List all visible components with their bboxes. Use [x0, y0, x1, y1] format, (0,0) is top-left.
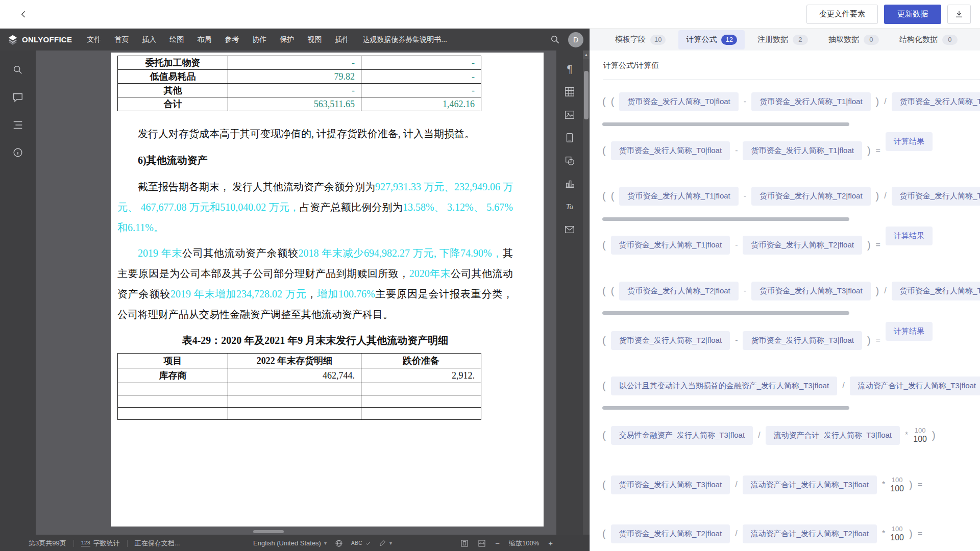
- formula-field-chip[interactable]: 货币资金_发行人简称_T2|float: [892, 187, 980, 206]
- document-language-icon[interactable]: [335, 539, 343, 547]
- toolbar-menu-item[interactable]: 插入: [135, 29, 163, 51]
- toolbar-menu-item[interactable]: 文件: [80, 29, 108, 51]
- formula-field-chip[interactable]: 货币资金_发行人简称_T1|float: [743, 141, 862, 160]
- formula-field-chip[interactable]: 流动资产合计_发行人简称_T3|float: [850, 377, 980, 395]
- table-cell: [361, 395, 481, 408]
- page-indicator[interactable]: 第3页共99页: [29, 539, 66, 548]
- formula-scrollbar[interactable]: [602, 406, 849, 410]
- formula-row: (货币资金_发行人简称_T2|float/流动资产合计_发行人简称_T2|flo…: [602, 522, 922, 545]
- word-count[interactable]: 123 字数统计: [81, 539, 120, 548]
- formula-field-chip[interactable]: 货币资金_发行人简称_T3|float: [743, 331, 862, 350]
- navigation-icon[interactable]: [11, 118, 25, 132]
- search-icon[interactable]: [550, 35, 560, 44]
- formula-field-chip[interactable]: 货币资金_发行人简称_T3|float: [892, 282, 980, 300]
- tab-模板字段[interactable]: 模板字段10: [607, 30, 673, 49]
- formula-field-chip[interactable]: 货币资金_发行人简称_T1|float: [751, 92, 870, 111]
- shape-settings-icon[interactable]: [562, 154, 577, 168]
- image-settings-icon[interactable]: [562, 108, 577, 122]
- formula-field-chip[interactable]: 货币资金_发行人简称_T1|float: [892, 92, 980, 111]
- fit-width-icon[interactable]: [478, 539, 486, 547]
- formula-operator: /: [735, 480, 737, 489]
- tab-抽取数据[interactable]: 抽取数据0: [821, 30, 887, 49]
- zoom-out-button[interactable]: −: [495, 539, 500, 547]
- formula-scrollbar[interactable]: [602, 311, 849, 315]
- tab-注册数据[interactable]: 注册数据2: [750, 30, 816, 49]
- textart-settings-icon[interactable]: Ta: [562, 199, 577, 214]
- toolbar-menu-item[interactable]: 插件: [328, 29, 356, 51]
- chart-settings-icon[interactable]: [562, 177, 577, 191]
- table-cell: [118, 395, 228, 408]
- scroll-up-icon[interactable]: ▲: [583, 51, 590, 59]
- zoom-level[interactable]: 缩放100%: [509, 539, 539, 548]
- track-changes-icon[interactable]: ▾: [379, 539, 392, 547]
- table-row: [118, 395, 481, 408]
- formula-field-chip[interactable]: 货币资金_发行人简称_T1|float: [619, 187, 738, 206]
- table-cell: 2,912.: [361, 368, 481, 383]
- horizontal-scrollbar-thumb[interactable]: [253, 530, 284, 533]
- document-editor: ONLYOFFICE 文件首页插入绘图布局参考协作保护视图插件达观数据债券募集说…: [0, 29, 590, 551]
- mail-merge-icon[interactable]: [562, 222, 577, 237]
- formula-operator: -: [744, 191, 746, 201]
- toolbar-menu-item[interactable]: 协作: [246, 29, 273, 51]
- tab-结构化数据[interactable]: 结构化数据0: [892, 30, 965, 49]
- about-icon[interactable]: [11, 145, 25, 160]
- table-row: [118, 408, 481, 420]
- formula-operator: -: [735, 146, 738, 155]
- formula-field-chip[interactable]: 货币资金_发行人简称_T2|float: [611, 331, 730, 350]
- download-button[interactable]: [947, 5, 971, 24]
- table-row: 委托加工物资--: [118, 56, 481, 70]
- table-settings-icon[interactable]: [562, 85, 577, 99]
- other-current-assets-table: 项目2022 年末存货明细跌价准备库存商462,744.2,912.: [117, 353, 481, 420]
- formula-field-chip[interactable]: 流动资产合计_发行人简称_T3|float: [743, 475, 877, 494]
- formula-field-chip[interactable]: 流动资产合计_发行人简称_T2|float: [743, 524, 877, 543]
- tab-计算公式[interactable]: 计算公式12: [678, 30, 744, 49]
- formula-result-chip[interactable]: 计算结果: [886, 322, 933, 341]
- document-page[interactable]: 委托加工物资--低值易耗品79.82-其他--合计563,511.651,462…: [111, 53, 544, 527]
- find-icon[interactable]: [11, 63, 25, 77]
- formula-field-chip[interactable]: 货币资金_发行人简称_T0|float: [619, 92, 738, 111]
- formula-field-chip[interactable]: 货币资金_发行人简称_T2|float: [743, 236, 862, 255]
- language-selector[interactable]: English (United States) ▾: [253, 539, 327, 547]
- formula-field-chip[interactable]: 流动资产合计_发行人简称_T3|float: [766, 426, 900, 445]
- formula-field-chip[interactable]: 交易性金融资产_发行人简称_T3|float: [611, 426, 753, 445]
- back-icon[interactable]: [13, 4, 34, 24]
- formula-field-chip[interactable]: 货币资金_发行人简称_T3|float: [611, 475, 730, 494]
- toolbar-menu-item[interactable]: 保护: [273, 29, 301, 51]
- fit-page-icon[interactable]: [460, 539, 469, 547]
- table-row: [118, 383, 481, 395]
- formula-operator: /: [884, 286, 886, 295]
- table-cell: [228, 408, 361, 420]
- update-data-button[interactable]: 更新数据: [884, 5, 941, 24]
- formula-row: ((货币资金_发行人简称_T0|float-货币资金_发行人简称_T1|floa…: [602, 90, 980, 113]
- vertical-scrollbar-thumb[interactable]: [584, 71, 589, 119]
- formula-field-chip[interactable]: 货币资金_发行人简称_T2|float: [619, 282, 738, 300]
- formula-row: (货币资金_发行人简称_T1|float-货币资金_发行人简称_T2|float…: [602, 234, 933, 256]
- status-bar: 第3页共99页 123 字数统计 正在保存文档... English (Unit…: [0, 535, 590, 551]
- toolbar-menu-item[interactable]: 首页: [108, 29, 135, 51]
- toolbar-menu-item[interactable]: 视图: [301, 29, 328, 51]
- avatar[interactable]: D: [568, 32, 583, 47]
- comments-icon[interactable]: [11, 90, 25, 105]
- tab-label: 结构化数据: [899, 35, 938, 44]
- formula-field-chip[interactable]: 货币资金_发行人简称_T3|float: [751, 282, 870, 300]
- formula-field-chip[interactable]: 货币资金_发行人简称_T2|float: [611, 524, 730, 543]
- toolbar-menu-item[interactable]: 达观数据债券募集说明书...: [356, 29, 454, 51]
- formula-scrollbar[interactable]: [602, 217, 849, 221]
- formula-scrollbar[interactable]: [602, 122, 849, 126]
- zoom-in-button[interactable]: +: [548, 539, 553, 547]
- change-file-elements-button[interactable]: 变更文件要素: [806, 5, 878, 24]
- toolbar-menu-item[interactable]: 绘图: [163, 29, 190, 51]
- formula-result-chip[interactable]: 计算结果: [886, 227, 933, 245]
- paragraph-settings-icon[interactable]: ¶: [562, 62, 577, 76]
- formula-field-chip[interactable]: 货币资金_发行人简称_T0|float: [611, 141, 730, 160]
- formula-field-chip[interactable]: 以公计且其变动计入当期损益的金融资产_发行人简称_T3|float: [611, 377, 837, 395]
- toolbar-menu-item[interactable]: 参考: [218, 29, 246, 51]
- formula-result-chip[interactable]: 计算结果: [886, 132, 933, 151]
- formula-field-chip[interactable]: 货币资金_发行人简称_T1|float: [611, 236, 730, 255]
- formula-field-chip[interactable]: 货币资金_发行人简称_T2|float: [751, 187, 870, 206]
- vertical-scrollbar[interactable]: ▲: [583, 51, 590, 535]
- header-footer-settings-icon[interactable]: [562, 131, 577, 145]
- paragraph: 发行人对存货成本高于其可变现净值的, 计提存货跌价准备, 计入当期损益。: [117, 123, 513, 144]
- toolbar-menu-item[interactable]: 布局: [190, 29, 218, 51]
- spell-check-icon[interactable]: ABC: [351, 540, 371, 546]
